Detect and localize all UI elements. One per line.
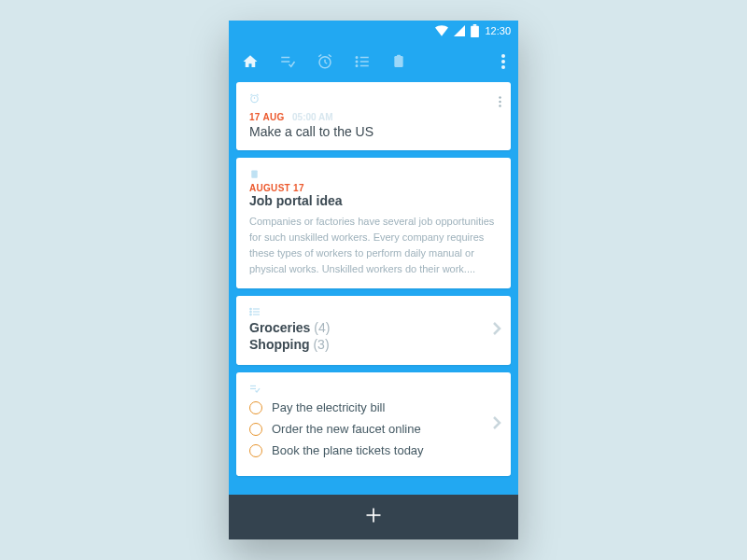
status-bar: 12:30: [229, 21, 518, 41]
svg-rect-0: [472, 26, 480, 37]
svg-point-17: [501, 54, 505, 58]
svg-point-26: [499, 105, 500, 106]
reminder-title: Make a call to the US: [249, 124, 498, 139]
radio-unchecked-icon[interactable]: [249, 423, 262, 436]
svg-point-24: [499, 96, 500, 98]
svg-line-23: [257, 94, 259, 95]
note-title: Job portal idea: [249, 193, 498, 208]
radio-unchecked-icon[interactable]: [249, 401, 262, 414]
note-body: Companies or factories have several job …: [249, 214, 498, 277]
checklist-icon[interactable]: [279, 53, 296, 70]
note-date: AUGUST 17: [249, 183, 498, 193]
todo-label: Pay the electricity bill: [272, 400, 385, 414]
app-window: 12:30 1: [229, 21, 518, 539]
card-header: [249, 169, 498, 179]
svg-point-32: [250, 314, 252, 315]
radio-unchecked-icon[interactable]: [249, 444, 262, 457]
reminder-card[interactable]: 17 AUG 05:00 AM Make a call to the US: [236, 82, 511, 150]
svg-rect-16: [397, 55, 401, 58]
plus-icon: [364, 506, 383, 528]
home-icon[interactable]: [242, 53, 259, 70]
list-small-icon: [249, 307, 261, 316]
list-icon[interactable]: [354, 53, 371, 70]
lists-card[interactable]: Groceries (4) Shopping (3): [236, 296, 511, 365]
checklist-small-icon: [249, 384, 261, 393]
list-label: Shopping: [249, 337, 310, 352]
svg-point-28: [250, 308, 252, 310]
wifi-icon: [435, 25, 448, 36]
svg-line-22: [250, 94, 252, 95]
overflow-menu-icon[interactable]: [501, 54, 505, 69]
chevron-right-icon: [492, 415, 501, 434]
svg-rect-1: [473, 24, 477, 26]
card-header: [249, 307, 498, 316]
todo-label: Book the plane tickets today: [272, 443, 424, 457]
svg-rect-27: [251, 170, 257, 177]
list-item: Shopping (3): [249, 337, 498, 352]
reminder-time: 05:00 AM: [292, 112, 333, 122]
top-toolbar: [229, 41, 518, 82]
svg-point-13: [356, 65, 358, 67]
list-label: Groceries: [249, 320, 310, 335]
card-header: [249, 384, 498, 393]
svg-point-25: [499, 101, 500, 103]
svg-line-6: [325, 63, 327, 64]
list-count: (3): [313, 337, 329, 352]
reminder-date: 17 AUG: [249, 112, 285, 122]
note-card[interactable]: AUGUST 17 Job portal idea Companies or f…: [236, 158, 511, 288]
battery-icon: [471, 24, 479, 37]
svg-point-9: [356, 57, 358, 59]
todos-card[interactable]: Pay the electricity bill Order the new f…: [236, 372, 511, 476]
cell-signal-icon: [454, 25, 465, 36]
svg-point-19: [501, 65, 505, 69]
svg-point-18: [501, 60, 505, 63]
svg-line-8: [329, 55, 331, 57]
list-item: Groceries (4): [249, 320, 498, 335]
card-header: [249, 93, 498, 104]
alarm-icon[interactable]: [317, 53, 333, 70]
todo-item[interactable]: Pay the electricity bill: [249, 400, 498, 414]
svg-rect-15: [394, 56, 402, 67]
note-small-icon: [249, 169, 260, 179]
list-count: (4): [314, 320, 330, 335]
clock-text: 12:30: [485, 25, 511, 36]
card-overflow-icon[interactable]: [499, 95, 501, 112]
todo-item[interactable]: Book the plane tickets today: [249, 443, 498, 457]
content-area: 17 AUG 05:00 AM Make a call to the US AU…: [229, 82, 518, 495]
reminder-meta: 17 AUG 05:00 AM: [249, 107, 498, 124]
todo-item[interactable]: Order the new faucet online: [249, 422, 498, 436]
svg-line-7: [318, 55, 321, 57]
clipboard-icon[interactable]: [391, 53, 406, 70]
chevron-right-icon: [492, 321, 501, 340]
todo-label: Order the new faucet online: [272, 422, 421, 436]
svg-point-30: [250, 311, 252, 313]
add-button[interactable]: [229, 495, 518, 539]
svg-point-11: [356, 61, 358, 63]
alarm-small-icon: [249, 93, 260, 104]
